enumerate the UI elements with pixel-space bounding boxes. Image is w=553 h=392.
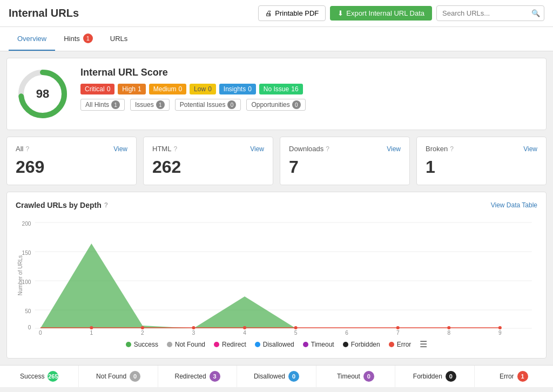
status-redirected[interactable]: Redirected 3 (158, 366, 237, 387)
chart-card: Crawled URLs by Depth ? View Data Table … (6, 192, 547, 359)
stats-row: All ? View 269 HTML ? View 262 Downloads (6, 137, 547, 185)
legend-notfound: Not Found (167, 339, 205, 349)
main-content: 98 Internal URL Score Critical 0 High 1 … (0, 51, 553, 365)
badge-noissue[interactable]: No Issue 16 (259, 84, 303, 94)
html-count: 262 (152, 157, 264, 177)
badge-high[interactable]: High 1 (118, 84, 145, 94)
legend-success: Success (126, 339, 158, 349)
svg-text:200: 200 (22, 221, 31, 227)
redirected-badge: 3 (210, 371, 220, 382)
search-input[interactable] (436, 5, 544, 21)
svg-text:9: 9 (498, 330, 502, 335)
html-view-link[interactable]: View (250, 145, 264, 153)
status-disallowed[interactable]: Disallowed 0 (237, 366, 316, 387)
hints-row: All Hints 1 Issues 1 Potential Issues 0 … (80, 99, 537, 111)
svg-text:50: 50 (25, 308, 31, 314)
legend-success-dot (126, 342, 131, 347)
error-dot-2 (141, 326, 144, 329)
chart-area: 200 150 100 50 0 0 1 2 3 4 5 6 7 (16, 216, 537, 335)
chart-title: Crawled URLs by Depth ? (16, 201, 108, 209)
top-actions: 🖨 Printable PDF ⬇ Export Internal URL Da… (258, 5, 544, 21)
legend-redirect: Redirect (214, 339, 246, 349)
status-error[interactable]: Error 1 (475, 366, 553, 387)
status-success[interactable]: Success 265 (0, 366, 79, 387)
legend-timeout-dot (303, 342, 308, 347)
legend-redirect-dot (214, 342, 219, 347)
printable-pdf-button[interactable]: 🖨 Printable PDF (258, 5, 326, 21)
error-dot-4 (243, 326, 246, 329)
svg-text:8: 8 (447, 330, 450, 335)
stat-all: All ? View 269 (6, 137, 137, 185)
svg-text:5: 5 (294, 330, 298, 335)
error-dot-5 (294, 326, 298, 329)
status-forbidden[interactable]: Forbidden 0 (395, 366, 474, 387)
svg-text:Number of URLs: Number of URLs (17, 255, 23, 295)
status-timeout[interactable]: Timeout 0 (316, 366, 395, 387)
badge-low[interactable]: Low 0 (190, 84, 216, 94)
chart-legend: Success Not Found Redirect Disallowed Ti… (16, 339, 537, 349)
top-bar: Internal URLs 🖨 Printable PDF ⬇ Export I… (0, 0, 553, 27)
hint-opportunities[interactable]: Opportunities 0 (246, 99, 305, 111)
tab-urls[interactable]: URLs (102, 27, 137, 51)
legend-forbidden-dot (343, 342, 348, 347)
score-card: 98 Internal URL Score Critical 0 High 1 … (6, 58, 547, 130)
tab-hints[interactable]: Hints 1 (55, 27, 102, 51)
badge-critical[interactable]: Critical 0 (80, 84, 114, 94)
hint-issues[interactable]: Issues 1 (130, 99, 170, 111)
chart-svg: 200 150 100 50 0 0 1 2 3 4 5 6 7 (16, 216, 537, 335)
page-title: Internal URLs (9, 7, 258, 19)
svg-text:0: 0 (39, 330, 42, 335)
downloads-help-icon: ? (326, 145, 329, 153)
all-view-link[interactable]: View (113, 145, 127, 153)
badge-insights[interactable]: Insights 0 (219, 84, 256, 94)
badge-medium[interactable]: Medium 0 (149, 84, 186, 94)
legend-error: Error (389, 339, 412, 349)
svg-text:3: 3 (192, 330, 195, 335)
error-dot-8 (498, 326, 502, 329)
tab-overview[interactable]: Overview (9, 27, 55, 51)
export-button[interactable]: ⬇ Export Internal URL Data (330, 6, 432, 21)
legend-error-dot (389, 342, 394, 347)
tabs-bar: Overview Hints 1 URLs (0, 27, 553, 51)
html-help-icon: ? (173, 145, 177, 153)
forbidden-badge: 0 (446, 371, 456, 382)
printer-icon: 🖨 (265, 9, 272, 17)
svg-text:1: 1 (90, 330, 93, 335)
download-icon: ⬇ (338, 9, 343, 17)
error-dot-3 (192, 326, 195, 329)
search-icon: 🔍 (531, 9, 540, 17)
score-info: Internal URL Score Critical 0 High 1 Med… (80, 67, 537, 111)
status-notfound[interactable]: Not Found 0 (79, 366, 158, 387)
svg-text:0: 0 (28, 325, 31, 330)
timeout-badge: 0 (363, 371, 374, 382)
broken-view-link[interactable]: View (523, 145, 537, 153)
badge-row: Critical 0 High 1 Medium 0 Low 0 Insight… (80, 84, 537, 94)
downloads-count: 7 (289, 157, 401, 177)
score-title: Internal URL Score (80, 67, 537, 78)
chart-header: Crawled URLs by Depth ? View Data Table (16, 201, 537, 209)
stat-downloads: Downloads ? View 7 (280, 137, 410, 185)
all-count: 269 (16, 157, 127, 177)
broken-help-icon: ? (450, 145, 454, 153)
svg-text:7: 7 (396, 330, 400, 335)
hint-potential-issues[interactable]: Potential Issues 0 (175, 99, 241, 111)
all-help-icon: ? (25, 145, 29, 153)
view-data-table-link[interactable]: View Data Table (491, 201, 537, 209)
svg-text:4: 4 (243, 330, 246, 335)
hamburger-menu-icon[interactable]: ☰ (420, 339, 427, 349)
error-dot-7 (447, 326, 450, 329)
error-badge: 1 (517, 371, 528, 382)
score-value: 98 (36, 87, 49, 101)
legend-forbidden: Forbidden (343, 339, 380, 349)
legend-disallowed-dot (255, 342, 260, 347)
legend-disallowed: Disallowed (255, 339, 294, 349)
bottom-status-bar: Success 265 Not Found 0 Redirected 3 Dis… (0, 365, 553, 387)
stat-broken: Broken ? View 1 (416, 137, 547, 185)
broken-count: 1 (426, 157, 537, 177)
success-badge: 265 (48, 371, 58, 382)
hint-all-hints[interactable]: All Hints 1 (80, 99, 125, 111)
score-donut: 98 (16, 67, 70, 121)
downloads-view-link[interactable]: View (387, 145, 401, 153)
search-wrapper: 🔍 (436, 5, 544, 21)
legend-notfound-dot (167, 342, 172, 347)
